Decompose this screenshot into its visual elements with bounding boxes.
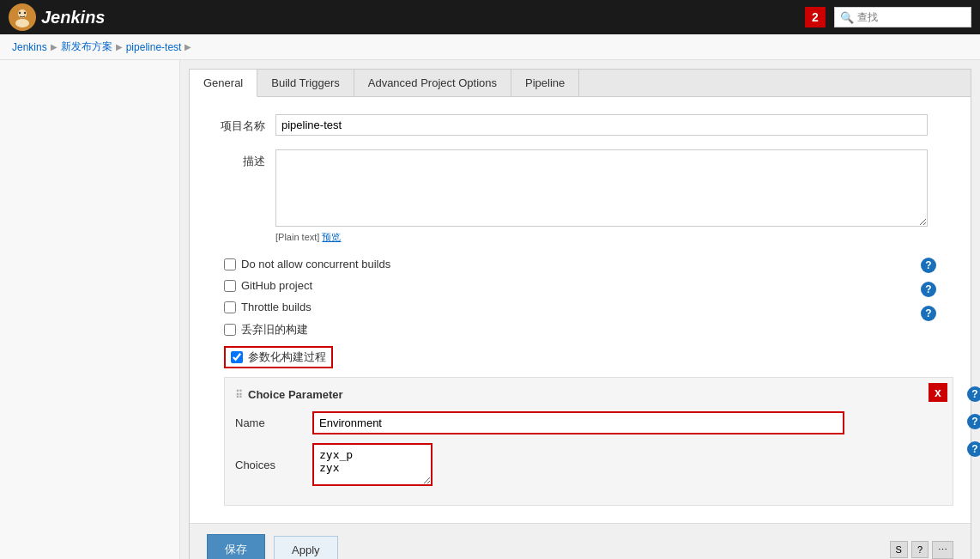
param-name-label: Name [235, 416, 304, 429]
tab-general-content: 项目名称 描述 [Plain text] 预览 [190, 97, 971, 523]
throttle-builds-checkbox[interactable] [224, 301, 236, 313]
parametrize-label: 参数化构建过程 [248, 349, 326, 365]
search-icon: 🔍 [840, 11, 854, 24]
breadcrumb-jenkins[interactable]: Jenkins [12, 41, 47, 53]
notification-badge[interactable]: 2 [805, 7, 826, 27]
github-project-checkbox[interactable] [224, 280, 236, 292]
param-header: ⠿ Choice Parameter [235, 388, 942, 401]
breadcrumb-sep-2: ▶ [116, 42, 123, 52]
param-header-label: Choice Parameter [248, 388, 343, 401]
breadcrumb-pipeline[interactable]: pipeline-test [126, 41, 182, 53]
param-name-input[interactable] [312, 411, 844, 434]
param-drag-handle: ⠿ [235, 389, 243, 401]
project-name-row: 项目名称 [207, 114, 953, 136]
description-control: [Plain text] 预览 [275, 149, 953, 244]
description-row: 描述 [Plain text] 预览 [207, 149, 953, 244]
param-help-icons: ? ? ? [967, 386, 980, 457]
svg-point-4 [24, 12, 26, 14]
tab-advanced[interactable]: Advanced Project Options [354, 70, 511, 96]
search-input[interactable] [857, 11, 969, 23]
breadcrumb-sep-3: ▶ [185, 42, 191, 52]
apply-button[interactable]: Apply [274, 536, 338, 560]
breadcrumb-sep-1: ▶ [51, 42, 57, 52]
help-icons-col: ? ? ? [921, 258, 936, 321]
description-textarea[interactable] [275, 149, 928, 227]
footer-icon-btn-more[interactable]: ⋯ [932, 541, 953, 559]
description-preview-link[interactable]: 预览 [322, 232, 341, 242]
throttle-builds-label: Throttle builds [241, 301, 312, 313]
footer-icon-btn-help[interactable]: ? [911, 541, 929, 558]
tab-general[interactable]: General [190, 70, 257, 97]
footer-icon-btn-s[interactable]: S [890, 541, 908, 558]
help-icon-discard[interactable]: ? [921, 282, 936, 297]
description-label: 描述 [207, 149, 275, 169]
param-close-button[interactable]: x [929, 383, 947, 402]
param-help-icon-3[interactable]: ? [967, 441, 980, 457]
parametrize-highlight: 参数化构建过程 [224, 346, 333, 368]
save-button[interactable]: 保存 [207, 534, 265, 559]
tab-build-triggers[interactable]: Build Triggers [257, 70, 354, 96]
jenkins-logo-icon [9, 3, 36, 31]
svg-point-2 [15, 19, 29, 27]
checkbox-discard: 丢弃旧的构建 [224, 322, 953, 337]
tab-container: General Build Triggers Advanced Project … [189, 69, 971, 559]
logo[interactable]: Jenkins [9, 3, 105, 31]
search-box[interactable]: 🔍 [834, 7, 971, 27]
param-choices-textarea[interactable]: zyx_p zyx [312, 443, 433, 486]
param-choices-label: Choices [235, 459, 304, 471]
param-help-icon-1[interactable]: ? [967, 386, 980, 402]
checkbox-throttle: Throttle builds [224, 301, 953, 313]
concurrent-builds-label: Do not allow concurrent builds [241, 258, 390, 270]
param-name-row: Name [235, 411, 942, 434]
header: Jenkins 2 🔍 [0, 0, 980, 34]
checkbox-concurrent: Do not allow concurrent builds [224, 258, 953, 270]
tabs: General Build Triggers Advanced Project … [190, 70, 971, 97]
description-hint: [Plain text] 预览 [275, 231, 953, 244]
footer-buttons: 保存 Apply S ? ⋯ [190, 523, 971, 559]
checkboxes-section: Do not allow concurrent builds GitHub pr… [207, 258, 953, 368]
parametrize-checkbox[interactable] [231, 351, 243, 363]
param-section: ⠿ Choice Parameter x Name Choices zyx_p … [224, 377, 953, 506]
param-help-icon-2[interactable]: ? [967, 414, 980, 429]
checkbox-parametrize: 参数化构建过程 [224, 346, 953, 368]
sidebar [0, 60, 180, 559]
layout: General Build Triggers Advanced Project … [0, 60, 980, 559]
project-name-control [275, 114, 953, 136]
breadcrumb: Jenkins ▶ 新发布方案 ▶ pipeline-test ▶ [0, 34, 980, 60]
svg-point-3 [19, 12, 21, 14]
concurrent-builds-checkbox[interactable] [224, 258, 236, 270]
footer-right: S ? ⋯ [890, 541, 953, 559]
project-name-input[interactable] [275, 114, 928, 136]
help-icon-throttle[interactable]: ? [921, 258, 936, 273]
project-name-label: 项目名称 [207, 114, 275, 134]
tab-pipeline[interactable]: Pipeline [511, 70, 579, 96]
param-choices-row: Choices zyx_p zyx [235, 443, 942, 486]
discard-builds-checkbox[interactable] [224, 324, 236, 336]
help-icon-parametrize[interactable]: ? [921, 306, 936, 321]
github-project-label: GitHub project [241, 279, 312, 292]
discard-builds-label: 丢弃旧的构建 [241, 322, 308, 337]
logo-text: Jenkins [41, 8, 105, 27]
checkbox-github: GitHub project [224, 279, 953, 292]
breadcrumb-release[interactable]: 新发布方案 [61, 39, 112, 54]
